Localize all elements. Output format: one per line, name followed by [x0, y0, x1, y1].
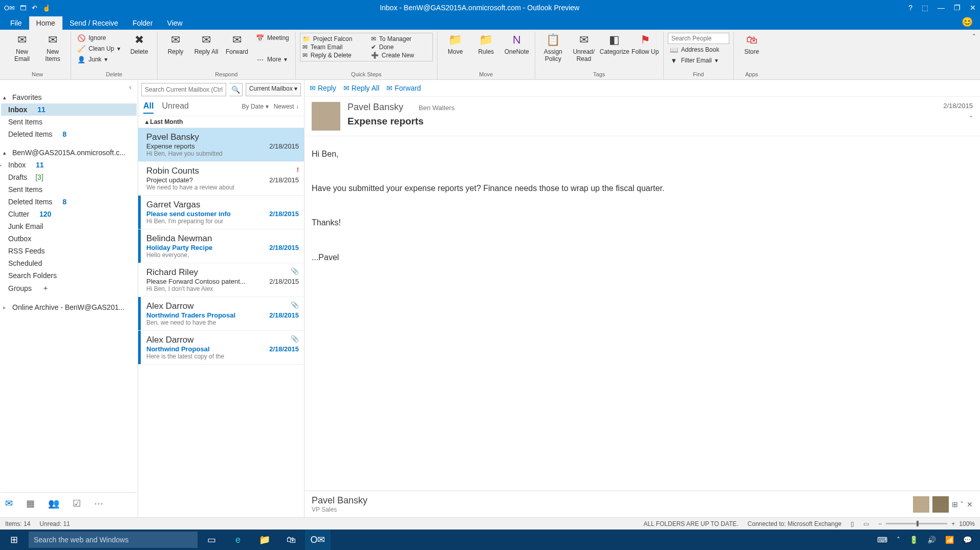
tab-send-receive[interactable]: Send / Receive: [62, 16, 125, 30]
quickstep-team-email[interactable]: ✉Team Email: [302, 44, 362, 51]
nav-drafts[interactable]: Drafts [3]: [1, 171, 137, 183]
move-button[interactable]: 📁Move: [442, 33, 469, 55]
assign-policy-button[interactable]: 📋Assign Policy: [539, 33, 567, 62]
tab-home[interactable]: Home: [29, 16, 62, 30]
meeting-button[interactable]: 📅Meeting: [254, 33, 291, 43]
nav-account[interactable]: ▴BenW@GAS2015A.onmicrosoft.c...: [1, 146, 137, 159]
network-icon[interactable]: 📶: [945, 536, 954, 544]
filter-email-button[interactable]: ▼Filter Email ▾: [668, 55, 729, 66]
file-explorer-icon[interactable]: 📁: [252, 530, 277, 550]
quickstep-create-new[interactable]: ➕Create New: [371, 52, 430, 59]
list-group-header[interactable]: ▴ Last Month: [138, 116, 304, 128]
onenote-button[interactable]: NOneNote: [503, 33, 531, 55]
zoom-control[interactable]: − + 100%: [878, 520, 975, 527]
search-scope-dropdown[interactable]: Current Mailbox ▾: [246, 83, 301, 96]
nav-sent[interactable]: Sent Items: [1, 116, 137, 128]
nav-search-folders[interactable]: Search Folders: [1, 269, 137, 282]
expand-header-icon[interactable]: ˅: [969, 115, 973, 123]
tab-folder[interactable]: Folder: [125, 16, 160, 30]
feedback-icon[interactable]: 😊: [962, 16, 973, 28]
tray-expand-icon[interactable]: ˄: [897, 536, 900, 544]
reading-forward-button[interactable]: ✉ Forward: [386, 84, 421, 92]
cleanup-button[interactable]: 🧹Clean Up ▾: [75, 44, 122, 54]
volume-icon[interactable]: 🔊: [927, 536, 936, 544]
message-item[interactable]: Garret Vargas Please send customer info2…: [138, 196, 304, 229]
send-receive-icon[interactable]: 🗔: [20, 4, 27, 12]
plus-icon[interactable]: ＋: [42, 284, 49, 293]
ribbon-display-icon[interactable]: ⬚: [922, 4, 928, 12]
message-item[interactable]: Pavel Bansky Expense reports2/18/2015 Hi…: [138, 128, 304, 162]
touch-mode-icon[interactable]: ☝: [42, 4, 51, 12]
search-icon[interactable]: 🔍: [229, 83, 243, 96]
message-item[interactable]: 📎 Alex Darrow Northwind Proposal2/18/201…: [138, 331, 304, 365]
close-icon[interactable]: ✕: [970, 4, 976, 12]
reply-button[interactable]: ✉Reply: [162, 33, 189, 55]
nav-collapse-icon[interactable]: ‹: [1, 83, 137, 91]
task-view-icon[interactable]: ▭: [199, 530, 224, 550]
more-button[interactable]: ⋯More ▾: [254, 54, 291, 65]
restore-icon[interactable]: ❐: [954, 4, 961, 12]
forward-button[interactable]: ✉Forward: [223, 33, 251, 55]
cortana-search[interactable]: Search the web and Windows: [29, 532, 198, 548]
unread-read-button[interactable]: ✉Unread/ Read: [570, 33, 598, 62]
nav-inbox[interactable]: Inbox 11: [1, 103, 137, 116]
view-normal-icon[interactable]: ▯: [851, 520, 854, 527]
nav-scheduled[interactable]: Scheduled: [1, 257, 137, 269]
nav-clutter[interactable]: Clutter 120: [1, 208, 137, 220]
quickstep-done[interactable]: ✔Done: [371, 44, 430, 51]
follow-up-button[interactable]: ⚑Follow Up: [631, 33, 659, 55]
edge-icon[interactable]: e: [225, 530, 251, 550]
nav-online-archive[interactable]: ▸Online Archive - BenW@GAS201...: [1, 301, 137, 313]
nav-favorites[interactable]: ▴Favorites: [1, 91, 137, 103]
ignore-button[interactable]: 🚫Ignore: [75, 33, 122, 43]
people-toggle-icon[interactable]: ⊞ ˅: [952, 500, 964, 509]
message-item[interactable]: Belinda Newman Holiday Party Recipe2/18/…: [138, 229, 304, 263]
people-view-icon[interactable]: 👥: [48, 498, 59, 509]
rules-button[interactable]: 📁Rules: [472, 33, 500, 55]
store-button[interactable]: 🛍Store: [738, 33, 766, 55]
reading-reply-button[interactable]: ✉ Reply: [310, 84, 336, 92]
search-people-input[interactable]: [668, 33, 729, 44]
quickstep-reply-delete[interactable]: ✉Reply & Delete: [302, 52, 362, 59]
undo-icon[interactable]: ↶: [32, 4, 37, 12]
new-email-button[interactable]: ✉ New Email: [8, 33, 36, 62]
action-center-icon[interactable]: 💬: [963, 536, 972, 544]
mail-view-icon[interactable]: ✉: [5, 498, 13, 509]
new-items-button[interactable]: ✉ New Items: [39, 33, 67, 62]
tab-view[interactable]: View: [160, 16, 190, 30]
quickstep-project-falcon[interactable]: 📁Project Falcon: [302, 35, 362, 43]
address-book-button[interactable]: 📖Address Book: [668, 45, 729, 55]
collapse-ribbon-icon[interactable]: ˄: [972, 33, 976, 40]
people-close-icon[interactable]: ✕: [967, 500, 973, 509]
junk-button[interactable]: 👤Junk ▾: [75, 54, 122, 65]
nav-rss[interactable]: RSS Feeds: [1, 245, 137, 257]
zoom-out-icon[interactable]: −: [878, 520, 882, 527]
filter-all[interactable]: All: [143, 101, 154, 114]
nav-deleted-2[interactable]: Deleted Items 8: [1, 196, 137, 208]
start-button[interactable]: ⊞: [0, 530, 28, 550]
sort-by-dropdown[interactable]: By Date ▾: [242, 103, 269, 110]
windows-store-icon[interactable]: 🛍: [278, 530, 304, 550]
calendar-view-icon[interactable]: ▦: [26, 498, 35, 509]
reply-all-button[interactable]: ✉Reply All: [192, 33, 220, 55]
nav-options-icon[interactable]: ⋯: [94, 498, 103, 509]
outlook-taskbar-icon[interactable]: O✉: [305, 530, 331, 550]
view-reading-icon[interactable]: ▭: [863, 520, 869, 527]
zoom-in-icon[interactable]: +: [951, 520, 955, 527]
nav-groups[interactable]: Groups ＋: [1, 282, 137, 295]
message-item[interactable]: 📎 Richard Riley Please Forward Contoso p…: [138, 263, 304, 297]
filter-unread[interactable]: Unread: [162, 101, 188, 111]
tasks-view-icon[interactable]: ☑: [73, 498, 81, 509]
keyboard-icon[interactable]: ⌨: [877, 536, 887, 544]
reading-reply-all-button[interactable]: ✉ Reply All: [343, 84, 379, 92]
nav-junk[interactable]: Junk Email: [1, 220, 137, 232]
nav-outbox[interactable]: Outbox: [1, 232, 137, 245]
sort-direction-dropdown[interactable]: Newest ↓: [274, 103, 299, 110]
zoom-slider[interactable]: [886, 523, 947, 524]
message-item[interactable]: ! Robin Counts Project update?2/18/2015 …: [138, 162, 304, 196]
tab-file[interactable]: File: [3, 16, 29, 30]
message-item[interactable]: 📎 Alex Darrow Northwind Traders Proposal…: [138, 297, 304, 331]
battery-icon[interactable]: 🔋: [909, 536, 918, 544]
nav-deleted[interactable]: Deleted Items 8: [1, 128, 137, 140]
quickstep-to-manager[interactable]: ✉To Manager: [371, 35, 430, 43]
